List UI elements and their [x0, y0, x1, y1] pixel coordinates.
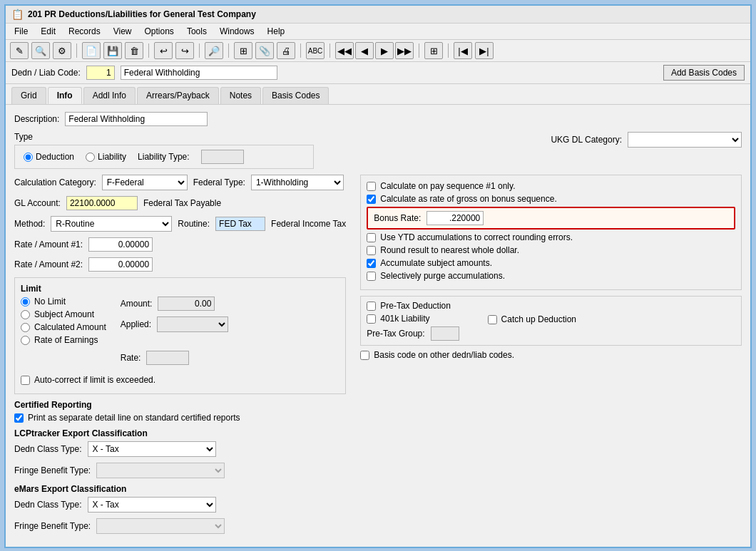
description-row: Description:: [14, 112, 742, 126]
rate2-input[interactable]: [88, 257, 153, 272]
selectively-purge-checkbox[interactable]: [367, 272, 376, 281]
use-ytd-checkbox[interactable]: [367, 233, 376, 242]
tab-info[interactable]: Info: [48, 87, 82, 104]
tb-undo-btn[interactable]: ↩: [154, 42, 173, 59]
rate-of-earnings-input[interactable]: [21, 336, 30, 345]
tb-grid-btn[interactable]: ⊞: [234, 42, 252, 59]
radio-deduction-input[interactable]: [24, 153, 33, 162]
lcp-fringe-label: Fringe Benefit Type:: [14, 465, 91, 475]
selectively-purge-label: Selectively purge accumulations.: [380, 271, 505, 281]
amount-label: Amount:: [121, 299, 153, 309]
tb-print-btn[interactable]: 🖨: [277, 42, 295, 59]
tb-rec-last-btn[interactable]: ▶|: [475, 42, 494, 59]
toolbar: ✎ 🔍 ⚙ 📄 💾 🗑 ↩ ↪ 🔎 ⊞ 📎 🖨 ABC ◀◀ ◀ ▶ ▶▶ ⊞ …: [6, 40, 750, 62]
dedn-code-input[interactable]: [86, 66, 115, 80]
deduction-label: Deduction: [36, 152, 74, 162]
ukg-select[interactable]: [628, 132, 742, 148]
description-input[interactable]: [65, 112, 208, 126]
amount-input[interactable]: [158, 297, 215, 311]
basis-code-row: Basis code on other dedn/liab codes.: [360, 350, 742, 360]
method-label: Method:: [14, 219, 45, 229]
accumulate-checkbox[interactable]: [367, 259, 376, 268]
dedn-name-input[interactable]: [121, 66, 277, 80]
menu-windows[interactable]: Windows: [214, 25, 260, 38]
menu-edit[interactable]: Edit: [35, 25, 61, 38]
calc-cat-select[interactable]: F-Federal S-State: [102, 175, 188, 190]
tb-delete-btn[interactable]: 🗑: [125, 42, 143, 59]
emars-dedn-label: Dedn Class Type:: [14, 500, 82, 510]
rate-label: Rate:: [121, 353, 141, 363]
calc-pay-seq-label: Calculate on pay sequence #1 only.: [380, 181, 515, 191]
lcp-dedn-select[interactable]: X - Tax W - Wage: [88, 441, 216, 457]
radio-liability[interactable]: Liability: [86, 152, 126, 162]
tb-edit-btn[interactable]: ✎: [10, 42, 29, 59]
tb-rec-first-btn[interactable]: |◀: [454, 42, 472, 59]
subject-amount-radio[interactable]: Subject Amount: [21, 309, 106, 319]
separator-2: [148, 43, 149, 58]
tb-view-btn[interactable]: ⊞: [424, 42, 443, 59]
bonus-rate-label: Bonus Rate:: [374, 213, 421, 223]
auto-correct-checkbox[interactable]: [21, 376, 30, 385]
tb-redo-btn[interactable]: ↪: [175, 42, 194, 59]
pretax-group-label: Pre-Tax Group:: [367, 329, 424, 339]
menu-options[interactable]: Options: [139, 25, 180, 38]
rate1-input[interactable]: [88, 237, 153, 252]
method-select[interactable]: R-Routine: [51, 216, 172, 232]
certified-checkbox[interactable]: [14, 413, 24, 423]
rate2-row: Rate / Amount #2:: [14, 257, 346, 272]
tab-notes[interactable]: Notes: [220, 87, 261, 104]
nav-prev-btn[interactable]: ◀: [355, 42, 374, 59]
fed-type-select[interactable]: 1-Withholding 2-FICA: [251, 175, 344, 190]
calc-pay-seq-checkbox[interactable]: [367, 182, 376, 191]
applied-row: Applied:: [121, 316, 228, 332]
radio-liability-input[interactable]: [86, 153, 95, 162]
catchup-checkbox[interactable]: [488, 315, 497, 324]
calc-gross-bonus-checkbox[interactable]: [367, 195, 376, 204]
no-limit-input[interactable]: [21, 297, 30, 307]
nav-last-btn[interactable]: ▶▶: [395, 42, 414, 59]
round-result-label: Round result to nearest whole dollar.: [380, 245, 519, 255]
basis-code-checkbox[interactable]: [360, 351, 369, 360]
menu-records[interactable]: Records: [63, 25, 106, 38]
calculated-amount-input[interactable]: [21, 323, 30, 332]
tb-save-btn[interactable]: 💾: [103, 42, 122, 59]
radio-deduction[interactable]: Deduction: [24, 152, 74, 162]
menu-file[interactable]: File: [9, 25, 34, 38]
tb-find-btn[interactable]: 🔎: [205, 42, 223, 59]
tab-addl-info[interactable]: Addl Info: [83, 87, 136, 104]
auto-correct-label: Auto-correct if limit is exceeded.: [34, 375, 155, 385]
tb-search-btn[interactable]: 🔍: [31, 42, 50, 59]
gl-input[interactable]: [66, 196, 138, 210]
nav-first-btn[interactable]: ◀◀: [335, 42, 354, 59]
menu-tools[interactable]: Tools: [181, 25, 213, 38]
bonus-rate-box: Bonus Rate:: [367, 207, 735, 230]
tb-spell-btn[interactable]: ABC: [306, 42, 325, 59]
calculated-amount-radio[interactable]: Calculated Amount: [21, 322, 106, 332]
pretax-checkbox[interactable]: [367, 302, 376, 311]
tb-attach-btn[interactable]: 📎: [255, 42, 274, 59]
round-result-checkbox[interactable]: [367, 246, 376, 255]
no-limit-radio[interactable]: No Limit: [21, 297, 106, 307]
liability-label: Liability: [98, 152, 126, 162]
rate-of-earnings-radio[interactable]: Rate of Earnings: [21, 335, 106, 345]
routine-input[interactable]: [215, 217, 265, 231]
tab-arrears[interactable]: Arrears/Payback: [137, 87, 219, 104]
k401-checkbox[interactable]: [367, 314, 376, 324]
bonus-rate-input[interactable]: [426, 211, 484, 225]
pretax-catchup-col: Pre-Tax Deduction 401k Liability Pre-Tax…: [367, 301, 459, 341]
tb-settings-btn[interactable]: ⚙: [53, 42, 71, 59]
menu-help[interactable]: Help: [262, 25, 291, 38]
emars-dedn-select[interactable]: X - Tax W - Wage: [88, 497, 216, 513]
tab-basis-codes[interactable]: Basis Codes: [262, 87, 329, 104]
main-content: Description: Type Deduction Liability Li…: [6, 105, 750, 547]
separator-3: [199, 43, 200, 58]
menu-view[interactable]: View: [108, 25, 138, 38]
amount-row: Amount:: [121, 297, 228, 311]
tab-grid[interactable]: Grid: [11, 87, 46, 104]
subject-amount-input[interactable]: [21, 310, 30, 319]
separator-6: [330, 43, 330, 58]
applied-select[interactable]: [157, 316, 228, 332]
nav-next-btn[interactable]: ▶: [375, 42, 394, 59]
tb-new-btn[interactable]: 📄: [82, 42, 101, 59]
add-basis-btn[interactable]: Add Basis Codes: [663, 65, 745, 81]
